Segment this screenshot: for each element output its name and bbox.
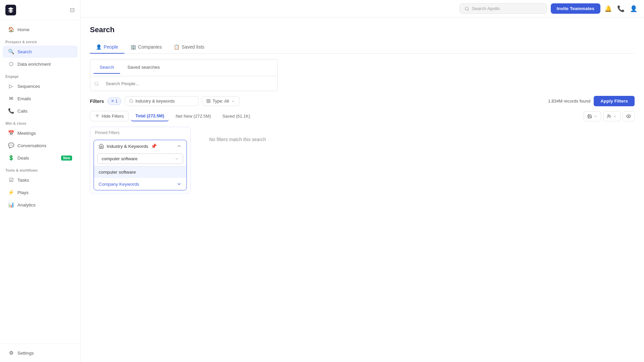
sidebar-item-meetings[interactable]: 📅 Meetings — [3, 127, 77, 139]
user-menu-icon[interactable]: 👤 — [630, 5, 637, 12]
settings-icon: ⚙ — [8, 350, 14, 356]
save-chevron-icon — [593, 114, 597, 118]
tab-people-label: People — [104, 44, 118, 50]
search-people-icon — [94, 81, 99, 86]
deals-new-badge: New — [61, 156, 72, 161]
tab-people[interactable]: 👤 People — [90, 41, 124, 54]
sidebar-item-home-label: Home — [17, 27, 30, 32]
sidebar-item-tasks-label: Tasks — [17, 178, 29, 183]
results-saved-label: Saved (61.1K) — [222, 114, 250, 119]
svg-rect-3 — [207, 100, 208, 101]
filter-icon — [95, 114, 100, 119]
filters-row: Filters ✕ 1 Industry & keywords Type: Al… — [90, 96, 635, 106]
sidebar-item-sequences[interactable]: ▷ Sequences — [3, 80, 77, 92]
engage-section-label: Engage — [0, 70, 80, 80]
calls-icon: 📞 — [8, 108, 14, 114]
topbar-icons: 🔔 📞 👤 — [604, 5, 637, 12]
company-keywords-section[interactable]: Company Keywords — [94, 178, 186, 190]
svg-point-2 — [129, 100, 132, 103]
filter-search-input[interactable]: Industry & keywords — [125, 96, 199, 106]
results-tab-saved[interactable]: Saved (61.1K) — [218, 111, 255, 121]
sidebar-item-tasks[interactable]: ☑ Tasks — [3, 174, 77, 186]
emails-icon: ✉ — [8, 96, 14, 102]
industry-keywords-title: Industry & Keywords 📌 — [99, 143, 157, 149]
apply-filters-button[interactable]: Apply Filters — [594, 96, 635, 106]
invite-teammates-button[interactable]: Invite Teammates — [551, 3, 600, 14]
sidebar-item-settings-label: Settings — [17, 351, 34, 356]
type-dropdown[interactable]: Type: All — [202, 96, 239, 106]
results-tab-net-new[interactable]: Net New (272.5M) — [171, 111, 215, 121]
sidebar-toggle[interactable]: ⊟ — [70, 6, 75, 14]
sidebar-item-sequences-label: Sequences — [17, 84, 40, 89]
svg-rect-5 — [209, 102, 210, 103]
app-logo — [5, 5, 16, 15]
sidebar-item-settings[interactable]: ⚙ Settings — [3, 347, 77, 359]
tab-companies-label: Companies — [138, 44, 162, 50]
sidebar-item-calls[interactable]: 📞 Calls — [3, 105, 77, 117]
hide-filters-label: Hide Filters — [102, 114, 124, 119]
sidebar-item-search[interactable]: 🔍 Search — [3, 46, 77, 58]
suggestion-text: computer software — [99, 170, 136, 175]
sub-tab-search[interactable]: Search — [94, 61, 120, 74]
tab-companies[interactable]: 🏢 Companies — [124, 41, 168, 54]
sidebar-logo: ⊟ — [0, 0, 80, 20]
sub-tab-saved-searches[interactable]: Saved searches — [121, 61, 166, 74]
hide-filters-button[interactable]: Hide Filters — [90, 111, 129, 121]
filter-count-badge[interactable]: ✕ 1 — [107, 98, 121, 105]
results-bar: Hide Filters Total (272.5M) Net New (272… — [90, 111, 635, 121]
page-content: Search 👤 People 🏢 Companies 📋 Saved list… — [80, 17, 644, 362]
phone-icon[interactable]: 📞 — [617, 5, 625, 12]
svg-point-0 — [465, 7, 468, 10]
tasks-icon: ☑ — [8, 177, 14, 183]
sidebar-item-home[interactable]: 🏠 Home — [3, 23, 77, 36]
pin-icon: 📌 — [151, 143, 157, 149]
topbar: Search Apollo Invite Teammates 🔔 📞 👤 — [80, 0, 644, 17]
no-filters-area: No filters match this search — [196, 127, 635, 152]
svg-point-10 — [608, 114, 609, 116]
view-toggle-button[interactable] — [623, 111, 635, 121]
sidebar-item-conversations[interactable]: 💬 Conversations — [3, 139, 77, 152]
sidebar-item-calls-label: Calls — [17, 109, 28, 114]
search-apollo-input[interactable]: Search Apollo — [460, 3, 547, 14]
tag-dropdown-icon — [175, 157, 179, 161]
sidebar-item-analytics[interactable]: 📊 Analytics — [3, 199, 77, 211]
add-person-chevron-icon — [613, 114, 617, 118]
sequences-icon: ▷ — [8, 83, 14, 89]
home-icon: 🏠 — [8, 26, 14, 33]
search-people-wrap[interactable] — [90, 76, 277, 91]
sidebar-item-emails-label: Emails — [17, 96, 31, 101]
search-people-input[interactable] — [101, 78, 273, 89]
selected-value-tag[interactable]: computer software — [97, 154, 183, 164]
prospect-section-label: Prospect & enrich — [0, 36, 80, 45]
sidebar-item-plays[interactable]: ⚡ Plays — [3, 186, 77, 198]
sidebar-item-data-enrichment[interactable]: ⬡ Data enrichment — [3, 58, 77, 70]
sidebar-nav: 🏠 Home Prospect & enrich 🔍 Search ⬡ Data… — [0, 20, 80, 344]
industry-keywords-label: Industry & Keywords — [107, 144, 148, 149]
industry-keywords-section: Industry & Keywords 📌 computer software … — [94, 140, 187, 190]
main-tabs: 👤 People 🏢 Companies 📋 Saved lists — [90, 41, 635, 54]
add-to-list-button[interactable] — [603, 111, 621, 121]
sidebar-item-deals-label: Deals — [17, 156, 29, 161]
plays-icon: ⚡ — [8, 189, 14, 195]
save-list-button[interactable] — [584, 111, 601, 121]
results-tab-total[interactable]: Total (272.5M) — [131, 111, 169, 121]
save-list-icon — [587, 114, 592, 119]
suggestion-item[interactable]: computer software — [94, 166, 186, 178]
sidebar-item-deals[interactable]: 💲 Deals New — [3, 152, 77, 164]
sidebar-item-emails[interactable]: ✉ Emails — [3, 93, 77, 105]
sidebar-item-meetings-label: Meetings — [17, 131, 36, 136]
selected-value-text: computer software — [102, 156, 138, 161]
filters-layout: Pinned Filters Industry & Keywords 📌 com… — [90, 127, 635, 193]
industry-keywords-header[interactable]: Industry & Keywords 📌 — [94, 140, 186, 152]
saved-lists-tab-icon: 📋 — [174, 44, 179, 50]
tab-saved-lists[interactable]: 📋 Saved lists — [168, 41, 210, 54]
add-person-icon — [607, 114, 611, 119]
conversations-icon: 💬 — [8, 142, 14, 148]
notifications-icon[interactable]: 🔔 — [604, 5, 612, 12]
collapse-icon — [176, 143, 182, 149]
filter-search-label: Industry & keywords — [136, 99, 175, 104]
sidebar-item-analytics-label: Analytics — [17, 202, 36, 207]
search-nav-icon: 🔍 — [8, 49, 14, 55]
filter-close-icon: ✕ — [111, 99, 114, 103]
data-enrichment-icon: ⬡ — [8, 61, 14, 67]
